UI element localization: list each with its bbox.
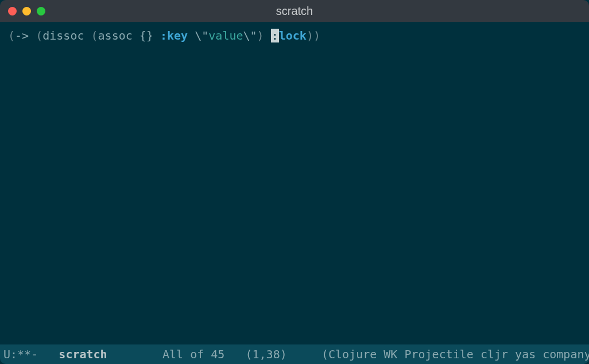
escape-quote: \" — [195, 29, 208, 42]
fn-dissoc: dissoc — [42, 29, 84, 42]
paren-close: ) — [257, 29, 264, 42]
paren-open: ( — [91, 29, 98, 42]
paren-open: ( — [36, 29, 42, 42]
minimize-icon[interactable] — [22, 7, 31, 16]
mode-line: U:**- scratch All of 45 (1,38) (Clojure … — [0, 344, 589, 364]
close-icon[interactable] — [8, 7, 17, 16]
thread-arrow: -> — [15, 29, 29, 42]
titlebar: scratch — [0, 0, 589, 22]
buffer-state: U:**- — [3, 347, 38, 361]
fn-assoc: assoc — [98, 29, 133, 42]
maximize-icon[interactable] — [37, 7, 45, 16]
code-editor[interactable]: (-> (dissoc (assoc {} :key \"value\") :l… — [0, 22, 589, 344]
major-minor-modes: (Clojure WK Projectile cljr yas company — [321, 347, 589, 361]
keyword-lock: lock — [279, 29, 307, 42]
paren-close: ) — [313, 29, 320, 42]
brace-close: } — [146, 29, 153, 42]
cursor-coords: (1,38) — [245, 347, 286, 361]
string-value: value — [208, 29, 243, 42]
keyword-key: :key — [160, 29, 188, 42]
buffer-position: All of 45 — [162, 347, 224, 361]
editor-window: scratch (-> (dissoc (assoc {} :key \"val… — [0, 0, 589, 364]
traffic-lights — [0, 7, 45, 16]
buffer-name: scratch — [59, 347, 107, 361]
text-cursor: : — [271, 29, 279, 42]
paren-close: ) — [307, 29, 313, 42]
brace-open: { — [140, 29, 146, 42]
escape-quote: \" — [243, 29, 257, 42]
window-title: scratch — [0, 5, 589, 18]
paren-open: ( — [8, 29, 15, 42]
